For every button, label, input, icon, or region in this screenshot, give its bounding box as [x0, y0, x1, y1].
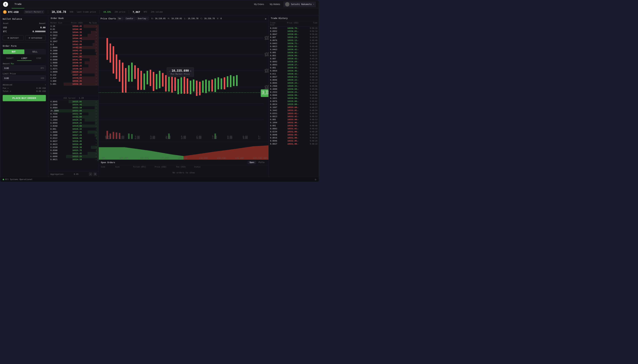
spread-label: USD Spread	[64, 97, 75, 99]
withdraw-button[interactable]: ⊖ WITHDRAW	[25, 36, 46, 40]
svg-rect-8	[110, 44, 111, 63]
ob-buy-row[interactable]: 1.2904 10329.35 -	[49, 118, 99, 122]
ob-sell-row[interactable]: 3.0000 10339.25 -	[49, 70, 99, 74]
ob-sell-row[interactable]: 1.007 10344.00 -	[49, 37, 99, 40]
trade-history-title: Trade History	[269, 16, 319, 21]
ob-buy-row[interactable]: 0.0500 10325.75 -	[49, 149, 99, 152]
wallet-title: Wallet Balance	[3, 18, 46, 20]
settings-icon[interactable]: ⚙	[315, 178, 316, 181]
wallet-balance-section: Wallet Balance Asset Amount USD 0.00	[0, 16, 48, 43]
tab-open[interactable]: Open	[248, 161, 256, 164]
deposit-button[interactable]: ⊕ DEPOSIT	[3, 36, 24, 40]
ob-sell-row[interactable]: 2.414 10336.55 -	[49, 76, 99, 80]
mid-market-price: 10,335.690	[172, 69, 189, 72]
ob-buy-row[interactable]: 3.0268 10329.00 -	[49, 124, 99, 128]
ob-buy-row[interactable]: 0.001 10328.15 -	[49, 128, 99, 130]
ob-sell-row[interactable]: 0.0688 10342.15 -	[49, 52, 99, 55]
trade-history-row: 0.0024 10335.00 ↗ 9:49:01	[269, 103, 319, 106]
ob-buy-row[interactable]: 0.0322 10326.50 -	[49, 137, 99, 140]
ob-buy-row[interactable]: 0.0999 10329.25 -	[49, 122, 99, 124]
ob-buy-row[interactable]: 1.0000 10325.45 -	[49, 152, 99, 155]
my-orders-button[interactable]: My Orders	[251, 2, 267, 7]
ob-buy-row[interactable]: 0.0023 10326.40 -	[49, 143, 99, 146]
ob-sell-row[interactable]: 5.601 10336.30 -	[49, 82, 99, 86]
ob-buy-row[interactable]: 4.0045 10335.05 -	[49, 100, 99, 103]
ob-buy-row[interactable]: 0.0984 10333.50 -	[49, 106, 99, 109]
place-order-button[interactable]: PLACE BUY ORDER	[3, 95, 46, 101]
market-tab[interactable]: MARKET	[3, 56, 17, 61]
advanced-toggle[interactable]: Advanced ▾	[3, 82, 46, 87]
amount-field: Amount Max BTC	[3, 62, 46, 71]
aggregation-increase-button[interactable]: +	[94, 172, 97, 176]
max-link[interactable]: Max	[11, 63, 14, 65]
trade-history-row: 0.0027 10338.63 ↗ 9:49:20	[269, 76, 319, 78]
depth-chart-area[interactable]: -300 $10,180 $10,230 $10,280 $10,330 $10…	[99, 142, 268, 160]
svg-rect-11	[119, 60, 121, 82]
ob-sell-row[interactable]: 3.000 10336.45 -	[49, 80, 99, 82]
overlay-select[interactable]: Overlay ▾	[137, 17, 149, 20]
ob-buy-row[interactable]: 0.6168 10326.30 -	[49, 146, 99, 149]
tab-fills[interactable]: Fills	[257, 161, 266, 164]
ob-sell-row[interactable]: 1.4371 10340.00 -	[49, 67, 99, 70]
trade-history-row: 0.0463 10338.42 ↗ 9:49:48	[269, 48, 319, 51]
ob-buy-row[interactable]: 6.0000 10325.25 -	[49, 155, 99, 158]
ob-sell-row[interactable]: 2.0000 10341.95 -	[49, 55, 99, 58]
low-label: L: 10,336.78	[184, 18, 198, 20]
trade-history-row: 0.1821 10338.98 ↗ 9:49:02	[269, 97, 319, 100]
ob-sell-row[interactable]: 0.6000 10341.80 -	[49, 58, 99, 61]
ob-buy-row[interactable]: 0.0037 10326.45 -	[49, 140, 99, 143]
nav-tab-trade[interactable]: Trade	[12, 0, 24, 8]
aggregation-decrease-button[interactable]: −	[89, 172, 92, 176]
ob-sell-row[interactable]: 0.132 10337.35 -	[49, 74, 99, 76]
ob-buy-row[interactable]: 0.1000 10327.25 -	[49, 134, 99, 137]
ob-buy-orders: 4.0045 10335.05 - 2.5000 10334.95 - 0.09…	[49, 100, 99, 172]
trade-history-row: 0.0027 10331.00 ↗ 9:48:22	[269, 142, 319, 146]
price-chart-area[interactable]: $10,425 $10,400 $10,375 $10,350 10,336.7…	[99, 22, 268, 142]
user-avatar	[285, 2, 289, 6]
user-menu[interactable]: Satoshi Nakamoto ▾	[283, 2, 316, 7]
ob-sell-row[interactable]: 0.2999 10344.35 -	[49, 31, 99, 34]
ob-sell-row[interactable]: 0.7599 10340.35 -	[49, 64, 99, 67]
my-wallets-button[interactable]: My Wallets	[267, 2, 283, 7]
ob-sell-row[interactable]: 0.6 10342.90 -	[49, 43, 99, 46]
limit-price-input[interactable]	[4, 77, 41, 80]
chart-forward-button[interactable]: ▶	[265, 17, 267, 20]
trade-history-rows: 0.0102 10336.78 ↗ 9:50:15 0.0952 10336.8…	[269, 27, 319, 177]
volume-label: 24h volume	[151, 11, 163, 13]
ob-sell-row[interactable]: 1.0000 10340.65 -	[49, 61, 99, 64]
svg-text:$10,430: $10,430	[217, 158, 226, 159]
ob-buy-row[interactable]: 0.7599 10332.90 -	[49, 112, 99, 115]
ob-sell-row[interactable]: 3.14 10344.45 -	[49, 25, 99, 28]
last-price-label: Last trade price	[77, 11, 96, 13]
timeframe-select[interactable]: 5m ▾	[117, 17, 124, 20]
chart-panel: Price Charts 5m ▾ Candle ▾ Overlay ▾ O: …	[99, 16, 269, 177]
svg-text:9:00: 9:00	[243, 135, 248, 140]
buy-button[interactable]: BUY	[3, 50, 24, 54]
ob-sell-row[interactable]: 0.01 10344.40 -	[49, 28, 99, 31]
ob-buy-row[interactable]: 25.3000 10333.00 -	[49, 109, 99, 112]
chart-type-select[interactable]: Candle ▾	[125, 17, 136, 20]
ob-sell-row[interactable]: 2.0000 10342.85 -	[49, 46, 99, 49]
ob-sell-row[interactable]: 0.1047 10343.75 -	[49, 40, 99, 43]
col-trade-size: Trade Size	[270, 22, 281, 26]
select-market-button[interactable]: Select Market ▾	[24, 10, 44, 14]
stop-tab[interactable]: STOP	[32, 56, 46, 61]
ob-buy-row[interactable]: 2.5000 10334.95 -	[49, 103, 99, 106]
aggregation-label: Aggregation	[50, 173, 64, 175]
ob-buy-row[interactable]: 1.0000 10327.95 -	[49, 130, 99, 134]
svg-rect-22	[153, 72, 154, 91]
svg-rect-7	[107, 38, 108, 60]
ob-buy-row[interactable]: 0.0021 10324.50 -	[49, 158, 99, 161]
svg-text:$10,480: $10,480	[235, 158, 244, 159]
ob-sell-row[interactable]: 0.5922 10344.30 -	[49, 34, 99, 37]
trade-history-row: 0.0952 10336.81 ↗ 9:50:14	[269, 30, 319, 33]
svg-rect-19	[144, 74, 145, 90]
amount-input[interactable]	[4, 67, 41, 70]
sell-button[interactable]: SELL	[24, 50, 46, 54]
trade-history-row: 0.1094 10332.96 ↗ 9:48:53	[269, 121, 319, 124]
ob-buy-row[interactable]: 3.0000 10331.00 -	[49, 115, 99, 118]
trade-history-row: 0.0093 10336.69 ↗ 9:49:30	[269, 60, 319, 63]
ob-sell-row[interactable]: 0.1000 10342.65 -	[49, 49, 99, 52]
divider	[48, 10, 48, 14]
limit-tab[interactable]: LIMIT	[17, 56, 31, 61]
